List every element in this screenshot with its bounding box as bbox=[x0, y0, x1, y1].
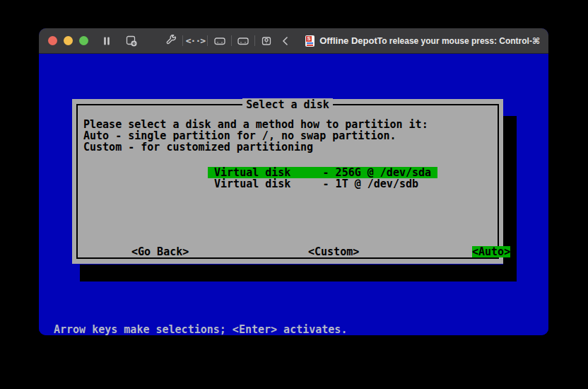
dialog-title: Select a disk bbox=[72, 99, 503, 110]
toolbar-divider bbox=[182, 35, 183, 46]
hide-toolbar-icon[interactable] bbox=[278, 33, 293, 49]
disk-option-sdb[interactable]: Virtual disk - 1T @ /dev/sdb bbox=[208, 178, 437, 190]
dialog-shadow bbox=[80, 265, 517, 281]
toolbar-divider bbox=[231, 35, 232, 46]
window-title: Offline Depot bbox=[319, 35, 377, 46]
minimize-button[interactable] bbox=[64, 36, 73, 45]
tools-icon[interactable] bbox=[164, 33, 178, 49]
status-line: Arrow keys make selections; <Enter> acti… bbox=[54, 324, 347, 335]
toolbar-divider bbox=[254, 35, 255, 46]
custom-button[interactable]: <Custom> bbox=[308, 246, 359, 257]
close-button[interactable] bbox=[48, 36, 57, 45]
auto-button[interactable]: <Auto> bbox=[472, 246, 510, 257]
pause-icon[interactable] bbox=[100, 33, 114, 49]
document-icon: S bbox=[305, 35, 314, 47]
toolbar-divider bbox=[207, 35, 208, 46]
titlebar: <··> bbox=[39, 28, 548, 54]
traffic-lights bbox=[48, 36, 88, 45]
go-back-button[interactable]: <Go Back> bbox=[131, 246, 189, 257]
drive-icon[interactable] bbox=[236, 33, 250, 49]
select-disk-dialog: Select a disk Please select a disk and a… bbox=[72, 99, 503, 264]
dialog-instructions: Please select a disk and a method how to… bbox=[83, 119, 428, 153]
window-title-group: S Offline Depot bbox=[305, 35, 377, 47]
console-icon[interactable]: <··> bbox=[187, 33, 203, 49]
drive-icon[interactable] bbox=[212, 33, 226, 49]
disk-list: Virtual disk - 256G @ /dev/sda Virtual d… bbox=[208, 167, 437, 190]
disk-option-sda[interactable]: Virtual disk - 256G @ /dev/sda bbox=[208, 167, 437, 178]
usb-icon[interactable] bbox=[259, 33, 274, 49]
restart-icon[interactable] bbox=[124, 33, 138, 49]
console-screen: Select a disk Please select a disk and a… bbox=[39, 54, 548, 335]
vm-window: <··> bbox=[39, 28, 548, 335]
mouse-release-hint: To release your mouse press: Control-⌘ bbox=[377, 36, 541, 46]
zoom-button[interactable] bbox=[79, 36, 88, 45]
